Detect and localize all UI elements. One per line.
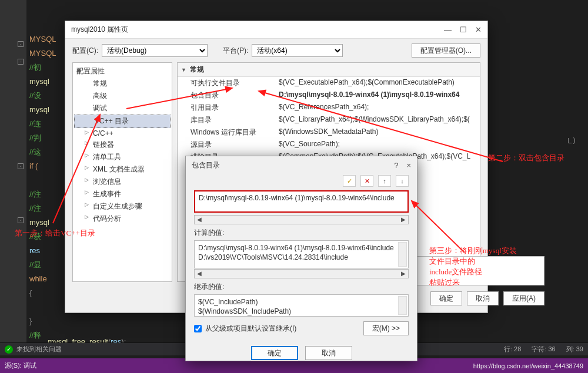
help-icon[interactable]: ? — [394, 161, 398, 170]
fold-icon[interactable]: - — [18, 41, 24, 47]
tree-item[interactable]: ▷清单工具 — [73, 151, 172, 163]
status-col: 列: 39 — [566, 345, 583, 354]
check-icon: ✓ — [5, 345, 13, 354]
close-icon[interactable]: × — [406, 161, 411, 170]
grid-row[interactable]: Windows 运行库目录$(WindowsSDK_MetadataPath) — [178, 126, 480, 139]
toolbar-button[interactable]: ✓ — [343, 175, 356, 187]
bottom-url: https://blog.csdn.net/weixin_44438749 — [473, 362, 583, 369]
inherit-label: 继承的值: — [194, 282, 409, 292]
inherit-checkbox-label: 从父级或项目默认设置继承(I) — [205, 324, 296, 334]
ok-button[interactable]: 确定 — [430, 291, 462, 305]
maximize-icon[interactable]: ☐ — [460, 25, 467, 34]
inherit-checkbox[interactable] — [194, 325, 202, 332]
dialog1-titlebar[interactable]: mysql2010 属性页 — ☐ ✕ — [65, 21, 487, 39]
config-select[interactable]: 活动(Debug) — [102, 44, 208, 57]
fold-icon[interactable]: - — [18, 59, 24, 65]
include-dirs-dialog: 包含目录 ? × ✓✕↑↓ D:\mysql\mysql-8.0.19-winx… — [185, 156, 417, 361]
close-icon[interactable]: ✕ — [475, 25, 482, 34]
toolbar-button[interactable]: ✕ — [360, 175, 373, 187]
computed-values: D:\mysql\mysql-8.0.19-winx64 (1)\mysql-8… — [194, 240, 409, 268]
config-row: 配置(C): 活动(Debug) 平台(P): 活动(x64) 配置管理器(O)… — [65, 39, 487, 62]
computed-label: 计算的值: — [194, 228, 409, 238]
grid-row[interactable]: 源目录$(VC_SourcePath); — [178, 139, 480, 151]
macro-button[interactable]: 宏(M) >> — [363, 321, 409, 335]
toolbar-button[interactable]: ↓ — [396, 175, 409, 187]
config-tree[interactable]: ◢配置属性常规高级调试VC++ 目录▷C/C++▷链接器▷清单工具▷XML 文档… — [72, 62, 172, 282]
tree-item[interactable]: ▷代码分析 — [73, 213, 172, 225]
ok-button[interactable]: 确定 — [251, 346, 298, 360]
grid-row[interactable]: 可执行文件目录$(VC_ExecutablePath_x64);$(Common… — [178, 77, 480, 89]
grid-row[interactable]: 引用目录$(VC_ReferencesPath_x64); — [178, 102, 480, 114]
v-scrollbar[interactable] — [398, 296, 407, 315]
tree-item[interactable]: ▷XML 文档生成器 — [73, 163, 172, 176]
tree-item[interactable]: 常规 — [73, 78, 172, 90]
dialog2-title: 包含目录 — [192, 160, 220, 170]
code-editor[interactable]: MYSQLMYSQL//初mysql//设mysql//连//判//这if ( … — [29, 32, 56, 342]
dialog2-titlebar[interactable]: 包含目录 ? × — [186, 156, 417, 174]
grid-row[interactable]: 包含目录D:\mysql\mysql-8.0.19-winx64 (1)\mys… — [178, 89, 480, 102]
v-scrollbar[interactable] — [398, 242, 407, 267]
fold-icon[interactable]: - — [18, 163, 24, 169]
tree-item[interactable]: 高级 — [73, 90, 172, 102]
status-text: 未找到相关问题 — [16, 345, 62, 354]
cancel-button[interactable]: 取消 — [305, 346, 352, 360]
dialog1-title: mysql2010 属性页 — [71, 25, 128, 35]
fold-icon[interactable]: - — [18, 217, 24, 223]
grid-row[interactable]: 库目录$(VC_LibraryPath_x64);$(WindowsSDK_Li… — [178, 114, 480, 126]
config-label: 配置(C): — [72, 46, 98, 56]
platform-label: 平台(P): — [223, 46, 248, 56]
h-scrollbar[interactable]: ◀▶ — [194, 215, 409, 224]
bottom-left: 源(S): 调试 — [5, 361, 36, 370]
tree-item[interactable]: ◢配置属性 — [73, 65, 172, 78]
h-scrollbar[interactable]: ◀▶ — [194, 269, 409, 278]
tree-item[interactable]: ▷C/C++ — [73, 128, 172, 139]
tree-item[interactable]: ▷链接器 — [73, 139, 172, 151]
cancel-button[interactable]: 取消 — [467, 291, 499, 305]
tree-item[interactable]: VC++ 目录 — [74, 115, 171, 128]
status-char: 字符: 36 — [532, 345, 555, 354]
grid-header[interactable]: ▼常规 — [178, 63, 480, 77]
code-tail: L) — [567, 136, 577, 145]
tree-item[interactable]: 调试 — [73, 102, 172, 115]
tree-item[interactable]: ▷浏览信息 — [73, 176, 172, 188]
dialog2-toolbar: ✓✕↑↓ — [186, 174, 417, 188]
include-path-input[interactable]: D:\mysql\mysql-8.0.19-winx64 (1)\mysql-8… — [194, 190, 409, 213]
apply-button[interactable]: 应用(A) — [503, 291, 544, 305]
toolbar-button[interactable]: ↑ — [378, 175, 391, 187]
tree-item[interactable]: ▷生成事件 — [73, 188, 172, 200]
tree-item[interactable]: ▷自定义生成步骤 — [73, 200, 172, 213]
editor-gutter: - - - - — [0, 0, 26, 352]
minimize-icon[interactable]: — — [444, 25, 452, 34]
config-manager-button[interactable]: 配置管理器(O)... — [412, 43, 480, 58]
platform-select[interactable]: 活动(x64) — [252, 44, 343, 57]
status-line: 行: 28 — [504, 345, 521, 354]
inherit-values: $(VC_IncludePath) $(WindowsSDK_IncludePa… — [194, 294, 409, 317]
